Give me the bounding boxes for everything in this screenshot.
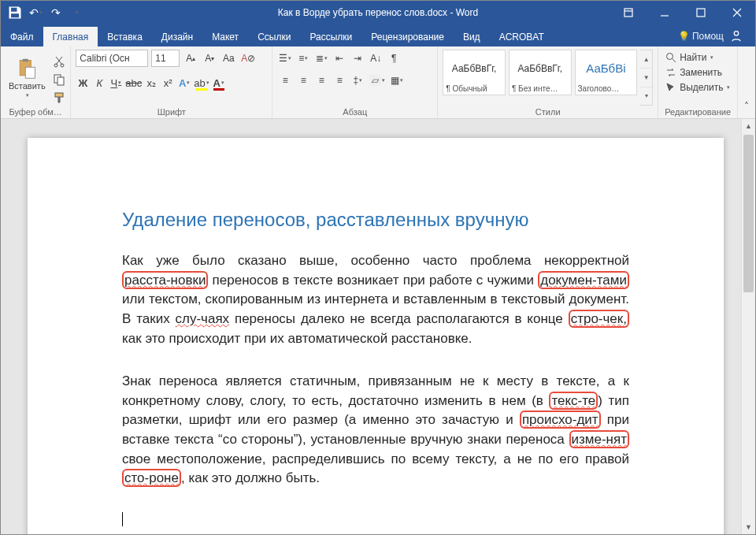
svg-rect-9 — [57, 77, 64, 85]
group-paragraph: ☰▾ ≡▾ ≣▾ ⇤ ⇥ A↓ ¶ ≡ ≡ ≡ ≡ ‡▾ ▱▾ ▦▾ Абзац — [272, 46, 438, 118]
multilevel-button[interactable]: ≣▾ — [313, 50, 329, 67]
show-marks-button[interactable]: ¶ — [386, 50, 402, 67]
quick-access-toolbar: ↶▾ ↷ ▾ — [1, 5, 84, 20]
sort-button[interactable]: A↓ — [368, 50, 384, 67]
svg-rect-1 — [697, 9, 705, 17]
tell-me[interactable]: 💡 Помощ — [678, 31, 724, 42]
undo-button[interactable]: ↶▾ — [28, 5, 43, 20]
highlight-button[interactable]: ab▾ — [194, 75, 209, 91]
justify-button[interactable]: ≡ — [332, 72, 347, 89]
superscript-button[interactable]: x² — [161, 75, 175, 91]
document-viewport: Удаление переносов, расставленных вручну… — [1, 119, 755, 534]
align-right-button[interactable]: ≡ — [313, 72, 329, 89]
bullets-button[interactable]: ☰▾ — [277, 50, 293, 67]
tab-layout[interactable]: Макет — [202, 27, 248, 46]
vertical-scrollbar: ▲ ▼ — [741, 119, 755, 534]
copy-button[interactable] — [52, 72, 66, 87]
cut-button[interactable] — [52, 54, 66, 69]
style-gallery-nav: ▲ ▼ ▾ — [640, 50, 653, 106]
strike-button[interactable]: abc — [125, 75, 142, 91]
hyphen-mark: докумен-тами — [538, 271, 629, 289]
decrease-indent-button[interactable]: ⇤ — [332, 50, 347, 67]
redo-button[interactable]: ↷ — [48, 5, 64, 20]
shrink-font-button[interactable]: A▾ — [202, 50, 217, 67]
font-size-combo[interactable]: 11 — [151, 50, 180, 67]
text-cursor — [122, 512, 629, 527]
tab-insert[interactable]: Вставка — [98, 27, 152, 46]
hyphen-mark: текс-те — [549, 392, 598, 410]
hyphen-mark: расста-новки — [122, 271, 208, 289]
group-editing: Найти▾ Заменить Выделить▾ Редактирование — [658, 46, 738, 118]
select-button[interactable]: Выделить▾ — [663, 81, 732, 94]
window-title: Как в Ворде убрать перенос слов.docx - W… — [278, 7, 478, 18]
style-heading1[interactable]: АаБбВі Заголово… — [575, 50, 638, 95]
collapse-ribbon-button[interactable]: ˄ — [739, 98, 754, 115]
hyphen-mark: изме-нят — [569, 430, 629, 448]
bold-button[interactable]: Ж — [76, 75, 90, 91]
maximize-button[interactable] — [683, 1, 719, 24]
underline-button[interactable]: Ч▾ — [109, 75, 123, 91]
line-spacing-button[interactable]: ‡▾ — [350, 72, 365, 89]
doc-paragraph-2[interactable]: Знак переноса является статичным, привяз… — [122, 372, 629, 489]
font-name-combo[interactable]: Calibri (Осн — [76, 50, 148, 67]
svg-rect-0 — [624, 9, 632, 17]
paste-button[interactable]: Вставить ▾ — [6, 50, 49, 106]
svg-point-11 — [667, 54, 673, 60]
ribbon-tabs: Файл Главная Вставка Дизайн Макет Ссылки… — [1, 24, 755, 46]
close-button[interactable] — [719, 1, 755, 24]
clear-format-button[interactable]: A⊘ — [239, 50, 257, 67]
scroll-thumb[interactable] — [743, 135, 754, 292]
svg-rect-5 — [26, 67, 35, 78]
window-buttons — [610, 1, 755, 24]
svg-point-2 — [734, 32, 739, 36]
ribbon-options-button[interactable] — [610, 1, 647, 24]
save-button[interactable] — [7, 5, 23, 20]
document-page[interactable]: Удаление переносов, расставленных вручну… — [28, 138, 724, 534]
tab-references[interactable]: Ссылки — [248, 27, 300, 46]
tab-design[interactable]: Дизайн — [152, 27, 202, 46]
style-normal[interactable]: АаБбВвГг, ¶ Обычный — [443, 50, 506, 95]
scroll-down-button[interactable]: ▼ — [742, 520, 755, 534]
change-case-button[interactable]: Aa — [220, 50, 236, 67]
hyphen-mark: стро-чек, — [569, 310, 629, 328]
styles-more[interactable]: ▾ — [640, 87, 652, 105]
tab-view[interactable]: Вид — [454, 27, 490, 46]
align-left-button[interactable]: ≡ — [277, 72, 293, 89]
italic-button[interactable]: К — [92, 75, 106, 91]
title-bar: ↶▾ ↷ ▾ Как в Ворде убрать перенос слов.d… — [1, 1, 755, 24]
increase-indent-button[interactable]: ⇥ — [350, 50, 365, 67]
text-effects-button[interactable]: A▾ — [177, 75, 191, 91]
tab-review[interactable]: Рецензирование — [361, 27, 454, 46]
tab-file[interactable]: Файл — [1, 27, 43, 46]
borders-button[interactable]: ▦▾ — [389, 72, 405, 89]
group-clipboard: Вставить ▾ Буфер обм… — [1, 46, 71, 118]
styles-up[interactable]: ▲ — [640, 50, 652, 69]
share-button[interactable] — [728, 28, 744, 44]
svg-rect-4 — [23, 58, 28, 61]
tab-home[interactable]: Главная — [43, 27, 98, 46]
doc-heading[interactable]: Удаление переносов, расставленных вручну… — [122, 209, 629, 231]
hyphen-mark: происхо-дит — [520, 411, 601, 429]
tab-acrobat[interactable]: ACROBAT — [490, 27, 554, 46]
subscript-button[interactable]: x₂ — [144, 75, 158, 91]
format-painter-button[interactable] — [52, 91, 66, 105]
find-button[interactable]: Найти▾ — [663, 51, 732, 64]
font-color-button[interactable]: A▾ — [212, 75, 226, 91]
tab-mailings[interactable]: Рассылки — [300, 27, 361, 46]
style-nospacing[interactable]: АаБбВвГг, ¶ Без инте… — [509, 50, 572, 95]
hyphen-mark: сто-роне — [122, 469, 181, 487]
bulb-icon: 💡 — [678, 31, 690, 42]
group-font: Calibri (Осн 11 A▴ A▾ Aa A⊘ Ж К Ч▾ abc x… — [71, 46, 272, 118]
replace-button[interactable]: Заменить — [663, 66, 732, 79]
scroll-up-button[interactable]: ▲ — [742, 119, 755, 133]
align-center-button[interactable]: ≡ — [295, 72, 311, 89]
qat-customize[interactable]: ▾ — [69, 5, 84, 20]
styles-down[interactable]: ▼ — [640, 69, 652, 87]
doc-paragraph-1[interactable]: Как уже было сказано выше, особенно част… — [122, 251, 629, 348]
svg-rect-10 — [55, 93, 63, 97]
grow-font-button[interactable]: A▴ — [183, 50, 198, 67]
shading-button[interactable]: ▱▾ — [368, 72, 387, 89]
numbering-button[interactable]: ≡▾ — [295, 50, 311, 67]
ribbon: Вставить ▾ Буфер обм… Calibri (Осн 11 A▴… — [1, 46, 755, 119]
minimize-button[interactable] — [647, 1, 683, 24]
